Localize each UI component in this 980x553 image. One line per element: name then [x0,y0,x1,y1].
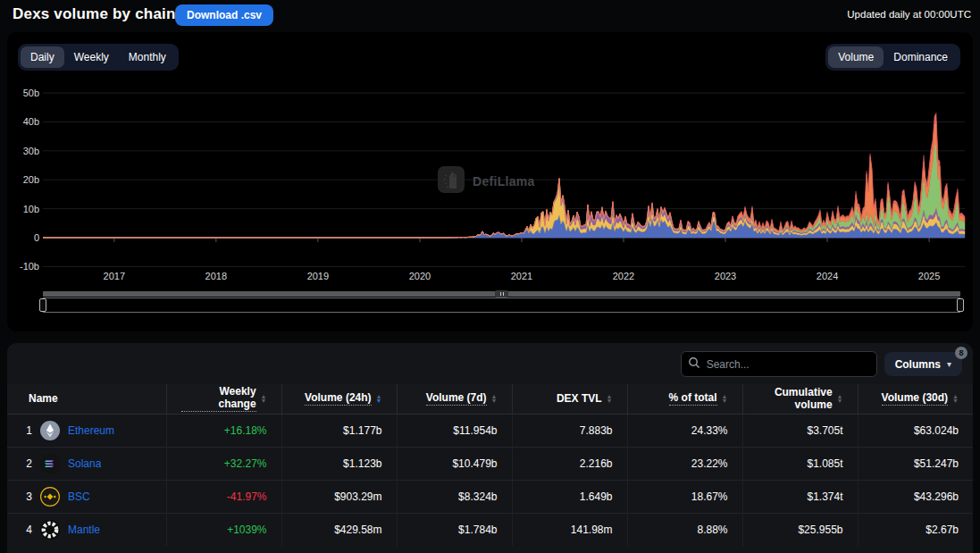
brush-window[interactable] [43,297,960,313]
cell-weekly-change: +16.18% [166,414,281,447]
mantle-icon [40,520,60,540]
chains-table-card: Columns ▾ 8 NameWeekly change▲▼Volume (2… [7,343,973,553]
tab-daily[interactable]: Daily [21,46,64,68]
cell-dex-tvl: 7.883b [512,414,627,447]
cell-volume-7d: $8.324b [397,480,512,513]
brush-handle-right[interactable] [957,298,964,312]
table-header-row: NameWeekly change▲▼Volume (24h)▲▼Volume … [7,384,973,414]
chevron-down-icon: ▾ [947,359,951,369]
chain-link-bsc[interactable]: BSC [68,490,90,503]
cell-pct-of-total: 18.67% [627,480,742,513]
table-row: 1Ethereum+16.18%$1.177b$11.954b7.883b24.… [7,414,973,447]
x-axis-label: 2020 [398,271,441,281]
sort-icon[interactable]: ▲▼ [837,394,843,403]
y-axis-label: 30b [9,146,39,156]
watermark-text: DefiLlama [473,174,535,189]
column-header-volume-24h-[interactable]: Volume (24h)▲▼ [281,384,397,414]
y-axis-label: 10b [9,204,39,214]
cell-dex-tvl: 2.216b [512,447,627,480]
table-body: 1Ethereum+16.18%$1.177b$11.954b7.883b24.… [7,414,973,546]
x-axis-label: 2018 [195,271,238,281]
cell-pct-of-total: 8.88% [627,513,742,546]
columns-button[interactable]: Columns ▾ 8 [884,352,962,376]
sort-icon[interactable]: ▲▼ [376,394,382,403]
cell-volume-7d: $11.954b [397,414,512,447]
y-axis-label: 0 [9,232,39,243]
column-header-dex-tvl[interactable]: DEX TVL▲▼ [512,384,627,414]
defillama-logo-icon [438,166,465,197]
search-input[interactable] [681,351,877,377]
top-bar: Dexs volume by chain Download .csv Updat… [0,0,980,32]
y-axis-label: 40b [9,116,39,127]
zoom-slider-track[interactable] [43,291,960,297]
column-header-volume-30d-[interactable]: Volume (30d)▲▼ [858,384,973,414]
rank-number: 3 [21,490,32,503]
cell-volume-24h: $903.29m [281,480,397,513]
cell-volume-30d: $2.67b [858,513,973,546]
solana-icon [40,454,60,473]
cell-cumulative-volume: $3.705t [742,414,858,447]
cell-volume-30d: $43.296b [858,480,973,513]
cell-volume-7d: $10.479b [397,447,512,480]
table-row: 2Solana+32.27%$1.123b$10.479b2.216b23.22… [7,447,973,480]
column-header--of-total[interactable]: % of total▲▼ [627,384,742,414]
sort-icon[interactable]: ▲▼ [261,394,267,403]
bsc-icon [40,487,60,507]
rank-number: 2 [21,457,32,470]
toggle-dominance[interactable]: Dominance [884,46,958,68]
column-header-volume-7d-[interactable]: Volume (7d)▲▼ [397,384,512,414]
sort-icon[interactable]: ▲▼ [491,394,498,403]
x-axis-label: 2025 [908,271,951,281]
table-row: 3BSC-41.97%$903.29m$8.324b1.649b18.67%$1… [7,480,973,513]
dexs-volume-page: Dexs volume by chain Download .csv Updat… [0,0,980,553]
column-header-weekly-change[interactable]: Weekly change▲▼ [166,384,281,414]
period-tabs: DailyWeeklyMonthly [18,44,179,71]
columns-count-badge: 8 [955,347,967,359]
chain-link-mantle[interactable]: Mantle [68,524,100,536]
cell-volume-24h: $1.123b [281,447,397,480]
table-row: 4Mantle+1039%$429.58m$1.784b141.98m8.88%… [7,513,973,546]
sort-icon[interactable]: ▲▼ [722,394,728,403]
chains-table: NameWeekly change▲▼Volume (24h)▲▼Volume … [7,384,973,546]
updated-daily-label: Updated daily at 00:00UTC [847,9,971,20]
x-axis-label: 2022 [602,271,645,281]
ethereum-icon [40,421,60,440]
cell-volume-30d: $63.024b [858,414,973,447]
chart-panel: 50b40b30b20b10b0-10b 2017201820192020202… [7,32,973,331]
cell-volume-30d: $51.247b [858,447,973,480]
zoom-slider-grip[interactable] [495,290,508,297]
column-header-name: Name [7,384,166,414]
x-axis-label: 2021 [500,271,543,281]
cell-weekly-change: +1039% [166,513,281,546]
x-axis-label: 2024 [806,271,849,281]
x-axis-label: 2017 [93,271,136,281]
column-header-cumulative-volume[interactable]: Cumulative volume▲▼ [742,384,858,414]
cell-volume-24h: $1.177b [281,414,397,447]
toggle-volume[interactable]: Volume [828,46,884,68]
cell-weekly-change: -41.97% [166,480,281,513]
download-csv-button[interactable]: Download .csv [175,4,273,26]
cell-volume-7d: $1.784b [397,513,512,546]
cell-pct-of-total: 23.22% [627,447,742,480]
tab-monthly[interactable]: Monthly [119,46,176,68]
cell-dex-tvl: 141.98m [512,513,627,546]
page-title: Dexs volume by chain [13,5,176,23]
sort-icon[interactable]: ▲▼ [952,394,959,403]
y-axis-label: -10b [9,261,39,272]
rank-number: 1 [21,424,32,437]
cell-weekly-change: +32.27% [166,447,281,480]
cell-pct-of-total: 24.33% [627,414,742,447]
cell-cumulative-volume: $1.374t [742,480,858,513]
cell-volume-24h: $429.58m [281,513,397,546]
chain-link-solana[interactable]: Solana [68,457,101,470]
x-axis-label: 2023 [704,271,747,281]
tab-weekly[interactable]: Weekly [64,46,119,68]
brush-handle-left[interactable] [39,298,46,312]
watermark: DefiLlama [438,166,535,197]
rank-number: 4 [21,524,32,536]
cell-cumulative-volume: $1.085t [742,447,858,480]
cell-cumulative-volume: $25.955b [742,513,858,546]
chain-link-ethereum[interactable]: Ethereum [68,424,114,437]
view-toggle: VolumeDominance [825,44,960,71]
sort-icon[interactable]: ▲▼ [607,394,613,403]
